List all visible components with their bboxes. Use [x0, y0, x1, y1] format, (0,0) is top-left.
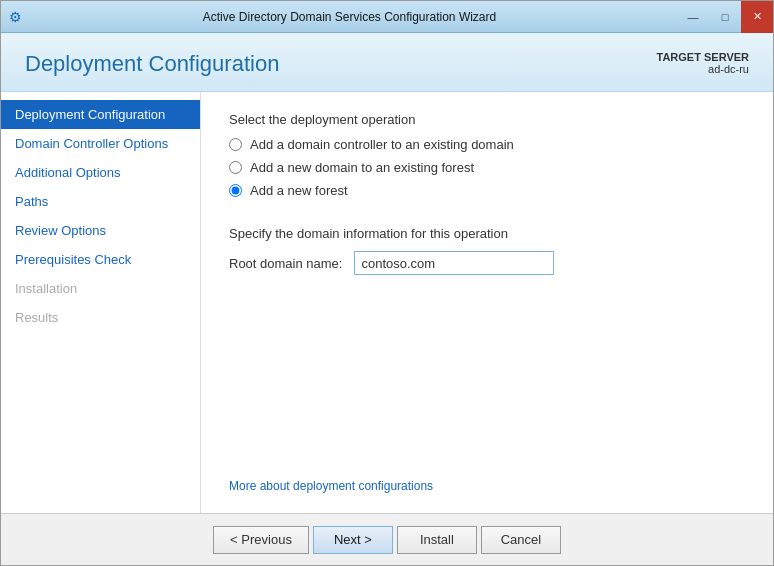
domain-info-title: Specify the domain information for this … [229, 226, 745, 241]
sidebar-item-results: Results [1, 303, 200, 332]
deployment-section: Select the deployment operation Add a do… [229, 112, 745, 202]
content-area: Deployment Configuration TARGET SERVER a… [1, 33, 773, 513]
radio-existing-domain[interactable]: Add a domain controller to an existing d… [229, 137, 745, 152]
spacer [229, 291, 745, 463]
deployment-section-title: Select the deployment operation [229, 112, 745, 127]
target-server-name: ad-dc-ru [657, 63, 750, 75]
sidebar-item-prerequisites-check[interactable]: Prerequisites Check [1, 245, 200, 274]
domain-info-section: Specify the domain information for this … [229, 226, 745, 275]
install-button[interactable]: Install [397, 526, 477, 554]
minimize-button[interactable]: — [677, 1, 709, 33]
sidebar-item-installation: Installation [1, 274, 200, 303]
sidebar-item-additional-options[interactable]: Additional Options [1, 158, 200, 187]
header: Deployment Configuration TARGET SERVER a… [1, 33, 773, 92]
sidebar: Deployment Configuration Domain Controll… [1, 92, 201, 513]
root-domain-input[interactable] [354, 251, 554, 275]
titlebar: ⚙ Active Directory Domain Services Confi… [1, 1, 773, 33]
sidebar-item-deployment-configuration[interactable]: Deployment Configuration [1, 100, 200, 129]
close-button[interactable]: ✕ [741, 1, 773, 33]
main-window: ⚙ Active Directory Domain Services Confi… [0, 0, 774, 566]
titlebar-icon: ⚙ [9, 9, 22, 25]
radio-input-new-domain[interactable] [229, 161, 242, 174]
domain-field: Root domain name: [229, 251, 745, 275]
radio-group: Add a domain controller to an existing d… [229, 137, 745, 198]
maximize-button[interactable]: □ [709, 1, 741, 33]
body: Deployment Configuration Domain Controll… [1, 92, 773, 513]
cancel-button[interactable]: Cancel [481, 526, 561, 554]
radio-new-domain[interactable]: Add a new domain to an existing forest [229, 160, 745, 175]
page-title: Deployment Configuration [25, 51, 279, 77]
more-link[interactable]: More about deployment configurations [229, 479, 745, 493]
radio-input-new-forest[interactable] [229, 184, 242, 197]
footer: < Previous Next > Install Cancel [1, 513, 773, 565]
sidebar-item-paths[interactable]: Paths [1, 187, 200, 216]
sidebar-item-review-options[interactable]: Review Options [1, 216, 200, 245]
previous-button[interactable]: < Previous [213, 526, 309, 554]
target-server-info: TARGET SERVER ad-dc-ru [657, 51, 750, 75]
main-panel: Select the deployment operation Add a do… [201, 92, 773, 513]
target-server-label: TARGET SERVER [657, 51, 750, 63]
titlebar-buttons: — □ ✕ [677, 1, 773, 33]
radio-new-forest[interactable]: Add a new forest [229, 183, 745, 198]
radio-input-existing-domain[interactable] [229, 138, 242, 151]
root-domain-label: Root domain name: [229, 256, 342, 271]
sidebar-item-domain-controller-options[interactable]: Domain Controller Options [1, 129, 200, 158]
next-button[interactable]: Next > [313, 526, 393, 554]
titlebar-title: Active Directory Domain Services Configu… [22, 10, 677, 24]
